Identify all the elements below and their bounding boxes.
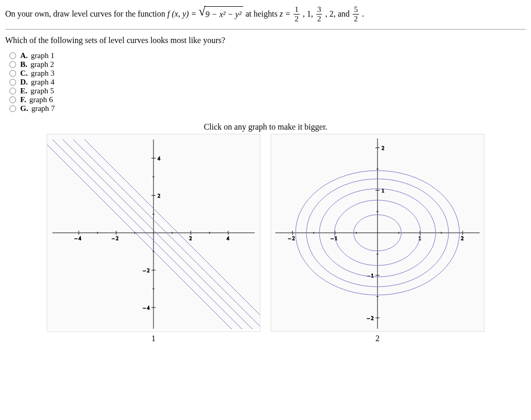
radio-f[interactable] — [9, 96, 16, 103]
option-label: graph 7 — [31, 104, 54, 113]
option-label: graph 6 — [30, 95, 53, 104]
option-letter: F. — [20, 95, 26, 104]
click-hint: Click on any graph to make it bigger. — [5, 122, 526, 132]
question-intro: On your own, draw level curves for the f… — [5, 7, 165, 22]
radio-a[interactable] — [9, 52, 16, 59]
radical-icon: √ — [199, 5, 205, 18]
svg-text:– 1: – 1 — [330, 235, 338, 241]
heights-end: . — [362, 7, 364, 22]
graph-1[interactable]: – 4 – 2 2 4 2 4 – 2 – 4 — [47, 134, 260, 332]
svg-text:2: 2 — [382, 145, 384, 151]
svg-rect-32 — [47, 329, 260, 332]
option-label: graph 4 — [31, 78, 54, 87]
svg-text:– 2: – 2 — [367, 315, 374, 321]
svg-text:2: 2 — [189, 235, 192, 241]
option-b[interactable]: B. graph 2 — [8, 60, 526, 69]
option-e[interactable]: E. graph 5 — [8, 87, 526, 95]
svg-text:– 4: – 4 — [74, 235, 81, 241]
option-label: graph 2 — [31, 60, 54, 69]
option-letter: G. — [20, 104, 28, 113]
sqrt-expression: √ 9 − x² − y² — [199, 6, 244, 22]
fn-lhs: f (x, y) = — [167, 7, 197, 22]
option-letter: D. — [20, 78, 28, 87]
svg-text:– 1: – 1 — [367, 273, 374, 278]
option-d[interactable]: D. graph 4 — [8, 78, 526, 87]
frac-three-half: 3 2 — [316, 5, 323, 23]
option-g[interactable]: G. graph 7 — [8, 104, 526, 113]
subquestion: Which of the following sets of level cur… — [5, 36, 526, 45]
radio-d[interactable] — [9, 79, 16, 86]
graph-2-label: 2 — [375, 334, 380, 343]
heights-var: z = — [280, 7, 290, 22]
option-letter: A. — [20, 51, 28, 60]
svg-text:– 4: – 4 — [143, 305, 150, 311]
svg-text:2: 2 — [461, 235, 464, 241]
graph-1-cell: – 4 – 2 2 4 2 4 – 2 – 4 — [47, 134, 260, 343]
svg-text:– 2: – 2 — [111, 235, 119, 241]
option-letter: E. — [20, 87, 27, 95]
option-letter: B. — [20, 60, 27, 69]
radicand: 9 − x² − y² — [204, 6, 243, 22]
svg-text:2: 2 — [158, 193, 160, 199]
svg-text:– 2: – 2 — [288, 235, 295, 241]
options-list: A. graph 1 B. graph 2 C. graph 3 D. grap… — [8, 51, 526, 113]
heights-pre: at heights — [245, 7, 277, 22]
graphs-row: – 4 – 2 2 4 2 4 – 2 – 4 — [5, 134, 526, 343]
option-label: graph 3 — [31, 69, 54, 78]
graph-2[interactable]: – 2 – 1 1 2 1 2 – 1 – 2 — [271, 134, 484, 332]
svg-text:1: 1 — [382, 188, 384, 193]
svg-text:4: 4 — [227, 235, 229, 241]
option-label: graph 1 — [31, 51, 54, 60]
radio-g[interactable] — [9, 105, 16, 112]
heights-tail1: , 1, — [303, 7, 313, 22]
graph-1-label: 1 — [151, 334, 156, 343]
radio-b[interactable] — [9, 61, 16, 68]
frac-one-half: 1 2 — [294, 5, 300, 23]
option-c[interactable]: C. graph 3 — [8, 69, 526, 78]
graph-2-cell: – 2 – 1 1 2 1 2 – 1 – 2 — [271, 134, 484, 343]
option-a[interactable]: A. graph 1 — [8, 51, 526, 60]
option-label: graph 5 — [31, 87, 54, 95]
heights-tail2: , 2, and — [325, 7, 350, 22]
question-text: On your own, draw level curves for the f… — [5, 5, 526, 23]
frac-five-half: 5 2 — [353, 5, 359, 23]
option-f[interactable]: F. graph 6 — [8, 95, 526, 104]
radio-c[interactable] — [9, 70, 16, 77]
radio-e[interactable] — [9, 88, 16, 94]
svg-text:4: 4 — [158, 156, 160, 161]
divider — [5, 29, 526, 30]
option-letter: C. — [20, 69, 28, 78]
svg-text:– 2: – 2 — [143, 268, 150, 273]
